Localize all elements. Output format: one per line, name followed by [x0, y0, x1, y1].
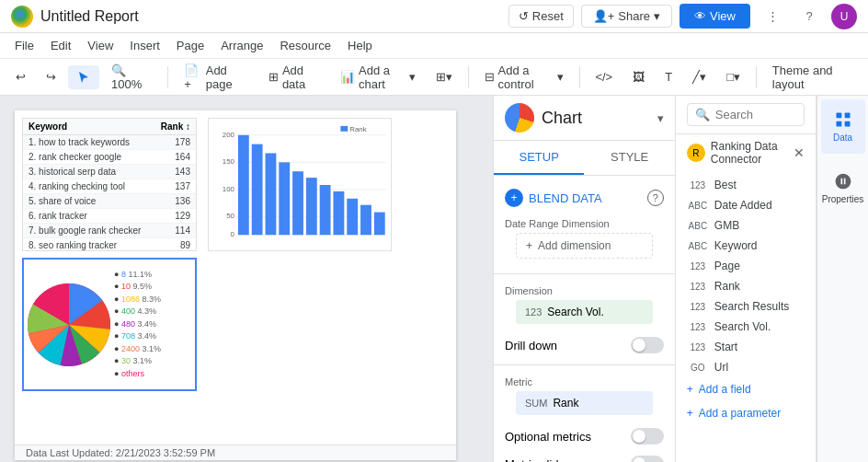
svg-rect-11	[252, 144, 263, 236]
svg-text:50: 50	[226, 212, 234, 220]
optional-metrics-row: Optional metrics	[494, 422, 675, 450]
add-data-button[interactable]: ⊞ Add data	[260, 59, 328, 96]
col-keyword: Keyword	[29, 121, 67, 132]
share-button[interactable]: 👤+ Share ▾	[581, 5, 672, 28]
field-date-added[interactable]: ABC Date Added	[676, 195, 816, 215]
field-best[interactable]: 123 Best	[676, 175, 816, 195]
metric-label: Metric	[505, 376, 664, 387]
field-rank[interactable]: 123 Rank	[676, 276, 816, 296]
svg-rect-13	[279, 162, 290, 235]
tab-properties[interactable]: Properties	[821, 161, 865, 215]
menu-edit[interactable]: Edit	[43, 35, 78, 56]
status-bar: Data Last Updated: 2/21/2023 3:52:59 PM	[15, 445, 456, 460]
chart-type-icon[interactable]	[505, 103, 534, 133]
undo-button[interactable]: ↩	[7, 65, 34, 88]
properties-icon	[834, 172, 852, 191]
menu-page[interactable]: Page	[169, 35, 211, 56]
add-chart-icon: 📊	[340, 70, 355, 84]
reset-icon: ↺	[519, 9, 529, 23]
table-row: 6. rank tracker129	[23, 209, 196, 224]
tab-style[interactable]: STYLE	[584, 141, 674, 175]
share-icon: 👤+	[593, 9, 615, 23]
table-widget[interactable]: Keyword Rank ↕ 1. how to track keywords1…	[22, 118, 197, 251]
data-tab-label: Data	[833, 133, 852, 143]
add-parameter-button[interactable]: + Add a parameter	[676, 401, 816, 425]
metric-chip[interactable]: SUM Rank	[516, 391, 653, 415]
menu-arrange[interactable]: Arrange	[213, 35, 270, 56]
drill-down-toggle[interactable]	[631, 337, 664, 353]
tab-data[interactable]: Data	[821, 99, 865, 154]
menu-view[interactable]: View	[80, 35, 120, 56]
group-button[interactable]: ⊞▾	[428, 65, 461, 88]
theme-layout-button[interactable]: Theme and layout	[764, 59, 861, 96]
optional-metrics-label: Optional metrics	[505, 430, 591, 444]
line-button[interactable]: ╱▾	[684, 65, 714, 88]
add-field-button[interactable]: + Add a field	[676, 377, 816, 401]
help-icon[interactable]: ?	[647, 190, 664, 206]
svg-text:0: 0	[231, 230, 235, 238]
menu-file[interactable]: File	[7, 35, 41, 56]
field-search-vol[interactable]: 123 Search Vol.	[676, 317, 816, 337]
bar-chart-widget[interactable]: 200 150 100 50 0	[208, 118, 392, 251]
redo-button[interactable]: ↪	[38, 65, 64, 88]
metric-sliders-toggle[interactable]	[631, 456, 664, 462]
zoom-button[interactable]: 🔍 100%	[103, 59, 160, 96]
menu-help[interactable]: Help	[340, 35, 380, 56]
divider-1	[494, 273, 675, 274]
field-start[interactable]: 123 Start	[676, 337, 816, 357]
field-page[interactable]: 123 Page	[676, 256, 816, 276]
table-row: 3. historical serp data143	[23, 165, 196, 179]
report-title[interactable]: Untitled Report	[40, 8, 139, 25]
help-button[interactable]: ?	[794, 2, 824, 31]
view-button[interactable]: 👁 View	[680, 4, 750, 29]
pie-chart-widget[interactable]: ● 8 11.1% ● 10 9.5% ● 1086 8.3% ● 400 4.…	[22, 258, 197, 391]
text-button[interactable]: T	[657, 65, 680, 88]
optional-metrics-toggle[interactable]	[631, 428, 664, 445]
drill-down-label: Drill down	[505, 339, 557, 352]
connector-row: R Ranking Data Connector ✕	[676, 134, 816, 171]
close-connector-button[interactable]: ✕	[794, 145, 805, 160]
code-button[interactable]: </>	[587, 65, 621, 88]
more-button[interactable]: ⋮	[758, 2, 787, 31]
canvas-area[interactable]: Keyword Rank ↕ 1. how to track keywords1…	[0, 96, 493, 462]
metric-section: Metric SUM Rank	[494, 371, 675, 422]
search-box[interactable]: 🔍	[687, 103, 805, 126]
field-search-results[interactable]: 123 Search Results	[676, 296, 816, 317]
svg-text:100: 100	[223, 185, 235, 193]
image-button[interactable]: 🖼	[624, 65, 653, 88]
dimension-chip[interactable]: 123 Search Vol.	[516, 300, 653, 324]
separator-1	[167, 66, 168, 88]
add-page-button[interactable]: 📄+ Add page	[176, 59, 257, 96]
field-type-icon: 123	[525, 306, 542, 318]
field-name: Rank	[714, 280, 740, 293]
svg-rect-15	[306, 178, 317, 235]
table-row: 1. how to track keywords178	[23, 135, 196, 150]
add-dimension-button[interactable]: + Add dimension	[516, 233, 653, 259]
menu-insert[interactable]: Insert	[122, 35, 167, 56]
connector-icon: R	[687, 144, 705, 162]
add-chart-button[interactable]: 📊 Add a chart ▾	[332, 59, 424, 96]
shape-button[interactable]: □▾	[718, 65, 748, 88]
field-url[interactable]: GO Url	[676, 357, 816, 377]
select-tool[interactable]	[68, 65, 99, 89]
menu-resource[interactable]: Resource	[272, 35, 338, 56]
blend-data-label[interactable]: BLEND DATA	[529, 191, 602, 205]
connector-name: Ranking Data Connector	[711, 140, 794, 166]
chevron-down-icon-2: ▾	[557, 70, 564, 84]
avatar[interactable]: U	[831, 4, 857, 29]
add-control-button[interactable]: ⊟ Add a control ▾	[476, 59, 572, 96]
field-gmb[interactable]: ABC GMB	[676, 215, 816, 236]
reset-button[interactable]: ↺ Reset	[508, 5, 574, 28]
dimension-section: Dimension 123 Search Vol.	[494, 280, 675, 331]
field-list: 123 Best ABC Date Added ABC GMB ABC Keyw…	[676, 171, 816, 462]
search-input[interactable]	[715, 108, 796, 121]
field-name: Start	[714, 341, 737, 353]
app-logo	[11, 6, 33, 28]
menu-bar: File Edit View Insert Page Arrange Resou…	[0, 33, 868, 59]
setup-body: + BLEND DATA ? Date Range Dimension + Ad…	[494, 176, 675, 462]
tab-setup[interactable]: SETUP	[494, 141, 584, 175]
chart-panel-chevron[interactable]: ▾	[657, 111, 664, 125]
svg-rect-24	[836, 113, 841, 119]
field-keyword[interactable]: ABC Keyword	[676, 236, 816, 256]
add-page-icon: 📄+	[184, 64, 202, 91]
